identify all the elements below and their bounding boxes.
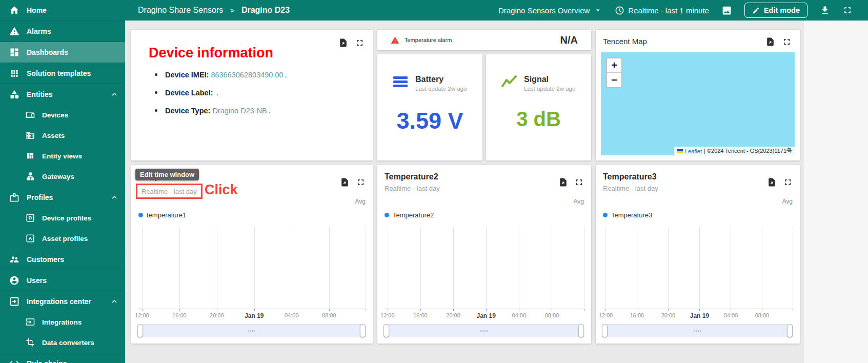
x-axis-labels: 12:00 16:00 20:00 Jan 19 04:00 08:00 <box>602 312 793 319</box>
sidebar-item-label: Users <box>27 276 47 285</box>
list-item: Device IMEI:863663062803490.00. <box>155 71 287 79</box>
signal-icon <box>501 75 517 88</box>
sidebar-item-users[interactable]: Users <box>0 270 125 291</box>
fullscreen-widget-button[interactable] <box>355 177 366 188</box>
sidebar-item-profiles[interactable]: Profiles <box>0 187 125 208</box>
sidebar-item-integrations[interactable]: Integrations <box>0 312 125 332</box>
sidebar-item-label: Data converters <box>42 339 94 347</box>
slider-left-handle[interactable] <box>383 324 389 337</box>
export-file-icon <box>338 38 348 48</box>
widget-timewindow-button[interactable]: Realtime - last day <box>603 185 658 192</box>
map-canvas[interactable]: + − Leaflet | ©2024 Tencent - GS(2023)11… <box>601 52 795 155</box>
sidebar-item-gateways[interactable]: Gateways <box>0 166 125 187</box>
fullscreen-button[interactable] <box>842 5 853 15</box>
dashboards-icon <box>9 47 19 57</box>
period: . <box>285 71 287 79</box>
sidebar-item-label: Profiles <box>27 193 53 201</box>
legend-label: Temperature3 <box>611 211 652 219</box>
chart-plot-area <box>602 227 793 309</box>
sidebar-item-alarms[interactable]: Alarms <box>0 21 125 42</box>
sidebar-item-assets[interactable]: Assets <box>0 125 125 146</box>
ukraine-flag-icon <box>677 149 683 153</box>
export-widget-button[interactable] <box>339 177 350 188</box>
sidebar-item-label: Solution templates <box>27 69 91 77</box>
slider-right-handle[interactable] <box>578 324 584 337</box>
sidebar-item-label: Gateways <box>42 173 74 180</box>
breadcrumb-separator: > <box>230 7 234 14</box>
export-widget-button[interactable] <box>765 37 775 47</box>
profiles-icon <box>9 192 19 203</box>
leaflet-link[interactable]: Leaflet <box>685 148 702 154</box>
signal-title: Signal <box>524 75 575 84</box>
device-information-widget: Device information Device IMEI:863663062… <box>131 30 373 160</box>
map-zoom-in-button[interactable]: + <box>607 58 621 73</box>
edit-mode-button[interactable]: Edit mode <box>744 3 808 18</box>
export-widget-button[interactable] <box>766 177 777 188</box>
fullscreen-widget-button[interactable] <box>354 38 365 48</box>
alarm-title: Temperature alarm <box>405 37 452 43</box>
x-tick-label: 20:00 <box>661 312 676 318</box>
solution-templates-icon <box>9 68 19 78</box>
time-range-slider[interactable] <box>137 324 366 337</box>
widget-title: Temperature2 <box>385 172 438 182</box>
temperature1-chart-widget: Temperature1 Edit time window Realtime -… <box>131 165 373 344</box>
dashboard-image-button[interactable] <box>721 5 732 16</box>
fullscreen-widget-button[interactable] <box>781 37 792 47</box>
temperature-alarm-widget: Temperature alarm N/A <box>377 30 591 50</box>
legend-label: Temperature2 <box>393 211 434 219</box>
time-range-slider[interactable] <box>602 324 793 337</box>
widget-timewindow-button[interactable]: Realtime - last day <box>142 188 197 195</box>
period: . <box>269 107 271 115</box>
timewindow-button[interactable]: Realtime - last 1 minute <box>615 6 709 15</box>
breadcrumb-parent[interactable]: Dragino Share Sensors <box>138 6 223 15</box>
asset-profiles-icon <box>26 234 35 243</box>
fullscreen-corners-icon <box>356 177 366 187</box>
fullscreen-widget-button[interactable] <box>782 177 793 188</box>
slider-left-handle[interactable] <box>137 324 143 337</box>
sidebar-item-dashboards[interactable]: Dashboards <box>0 42 125 63</box>
export-file-icon <box>767 177 777 187</box>
slider-left-handle[interactable] <box>602 324 608 337</box>
device-profiles-icon <box>26 213 35 223</box>
chevron-up-icon <box>110 90 119 99</box>
chevron-up-icon <box>110 297 119 306</box>
export-widget-button[interactable] <box>338 38 348 48</box>
sidebar-item-entity-views[interactable]: Entity views <box>0 146 125 166</box>
map-zoom-out-button[interactable]: − <box>607 73 621 87</box>
sidebar-item-customers[interactable]: Customers <box>0 249 125 270</box>
sidebar-item-integrations-center[interactable]: Integrations center <box>0 291 125 312</box>
battery-title: Battery <box>415 75 467 84</box>
series-color-dot <box>603 213 608 217</box>
sidebar-item-entities[interactable]: Entities <box>0 84 125 105</box>
legend-item[interactable]: Temperature3 <box>603 211 652 219</box>
period: . <box>217 89 219 97</box>
integrations-center-icon <box>9 296 19 307</box>
legend-item[interactable]: Temperature2 <box>385 211 434 219</box>
x-tick-label: 12:00 <box>599 312 613 318</box>
sidebar-item-device-profiles[interactable]: Device profiles <box>0 208 125 228</box>
entity-views-icon <box>26 151 35 160</box>
sidebar-item-devices[interactable]: Devices <box>0 105 125 125</box>
slider-right-handle[interactable] <box>787 324 793 337</box>
device-details-list: Device IMEI:863663062803490.00. Device L… <box>155 71 287 125</box>
dashboard-state-label: Dragino Sensors Overview <box>498 6 590 15</box>
legend-item[interactable]: temperature1 <box>138 211 186 219</box>
legend-label: temperature1 <box>147 211 186 219</box>
widget-timewindow-button[interactable]: Realtime - last day <box>385 185 440 192</box>
list-item: Device Type:Dragino D23-NB. <box>155 107 287 115</box>
time-range-slider[interactable] <box>383 324 584 337</box>
slider-right-handle[interactable] <box>360 324 366 337</box>
export-widget-button[interactable] <box>558 177 568 188</box>
sidebar-item-home[interactable]: Home <box>0 0 125 21</box>
sidebar-item-solution-templates[interactable]: Solution templates <box>0 63 125 84</box>
slider-grip <box>694 330 701 332</box>
sidebar-item-rule-chains[interactable]: Rule chains <box>0 353 125 363</box>
fullscreen-widget-button[interactable] <box>574 177 584 188</box>
sidebar-item-data-converters[interactable]: Data converters <box>0 332 125 353</box>
battery-last-update: Last update 2w ago <box>415 86 467 92</box>
dashboard-state-select[interactable]: Dragino Sensors Overview <box>498 6 602 15</box>
sidebar-item-label: Dashboards <box>27 48 68 56</box>
sidebar-item-asset-profiles[interactable]: Asset profiles <box>0 228 125 249</box>
download-dashboard-button[interactable] <box>820 5 830 15</box>
timewindow-label: Realtime - last 1 minute <box>628 6 709 15</box>
